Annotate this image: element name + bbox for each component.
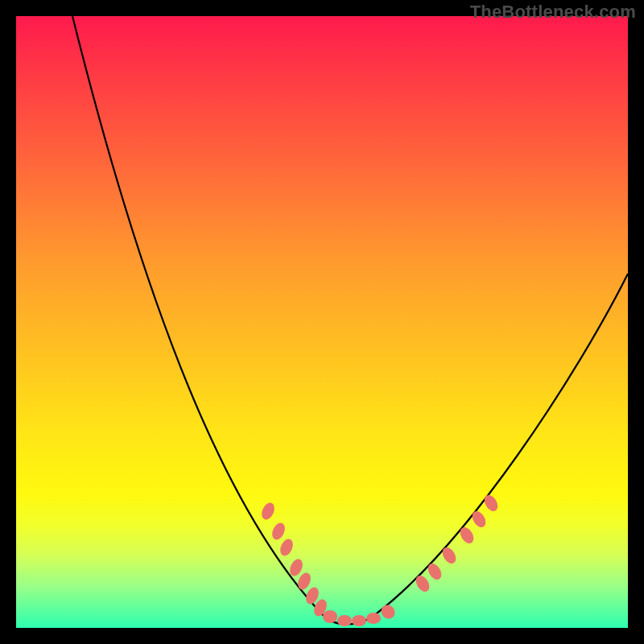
curve-marker [303,585,321,606]
watermark-text: TheBottleneck.com [470,2,636,23]
curve-marker [312,597,329,618]
curve-marker [440,545,459,566]
chart-plot-area [16,16,628,628]
curve-marker [366,613,381,624]
curve-marker [323,610,337,623]
curve-marker [278,537,295,558]
curve-marker [295,571,313,592]
curve-marker [270,521,287,542]
curve-marker [352,615,366,626]
bottleneck-curve [72,16,628,625]
curve-marker [425,561,444,582]
curve-marker [337,615,352,626]
curve-marker [481,493,501,514]
curve-marker [287,557,305,578]
curve-marker [469,509,489,530]
curve-marker [378,602,398,621]
marker-layer [259,493,501,626]
curve-marker [413,573,432,594]
curve-marker [259,501,277,522]
curve-marker [457,525,477,546]
chart-svg [16,16,628,628]
